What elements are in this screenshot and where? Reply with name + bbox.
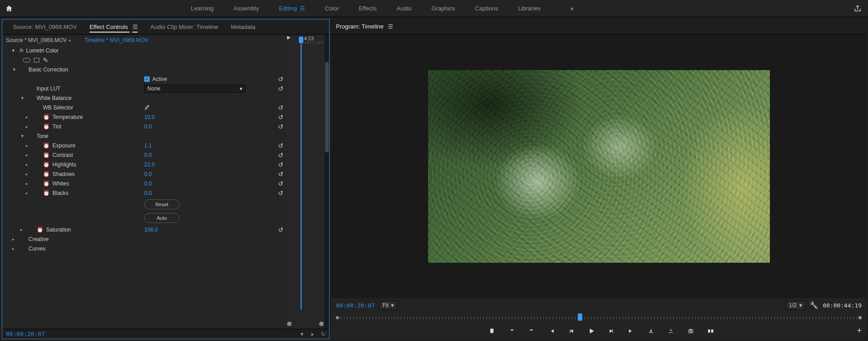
- twirl-down-icon[interactable]: ▼: [20, 96, 24, 100]
- reset-icon[interactable]: ↺: [278, 85, 283, 92]
- input-lut-dropdown[interactable]: None ▾: [144, 85, 245, 93]
- shadows-value[interactable]: 0.0: [144, 171, 152, 177]
- go-to-in-button[interactable]: [547, 328, 557, 334]
- twirl-right-icon[interactable]: ▸: [26, 181, 28, 186]
- reset-icon[interactable]: ↺: [278, 161, 283, 168]
- share-icon[interactable]: [854, 5, 862, 13]
- reset-icon[interactable]: ↺: [278, 189, 283, 197]
- go-to-out-button[interactable]: [626, 328, 636, 334]
- pen-mask-icon[interactable]: ✎: [43, 57, 48, 64]
- eyedropper-icon[interactable]: [144, 104, 151, 111]
- twirl-right-icon[interactable]: ▸: [26, 153, 28, 157]
- stopwatch-icon[interactable]: ⏰: [43, 171, 50, 177]
- rectangle-mask-icon[interactable]: [34, 58, 39, 62]
- workspace-overflow-button[interactable]: »: [564, 5, 580, 12]
- workspace-menu-icon[interactable]: ☰: [300, 5, 305, 12]
- vertical-scrollbar[interactable]: [325, 35, 329, 329]
- stopwatch-icon[interactable]: ⏰: [43, 142, 50, 149]
- mark-out-button[interactable]: [527, 327, 537, 335]
- play-only-icon[interactable]: ⏵: [310, 331, 316, 337]
- contrast-value[interactable]: 0.0: [144, 152, 152, 158]
- section-tone[interactable]: ▼ Tone: [2, 131, 286, 141]
- fx-badge[interactable]: fx: [20, 48, 24, 53]
- reset-icon[interactable]: ↺: [278, 142, 283, 149]
- twirl-down-icon[interactable]: ▼: [11, 48, 15, 53]
- footer-timecode[interactable]: 00:00:20:07: [6, 331, 45, 337]
- step-forward-button[interactable]: [606, 328, 616, 334]
- section-basic-correction[interactable]: ▼ Basic Correction: [2, 65, 286, 74]
- workspace-captions[interactable]: Captions: [465, 0, 508, 17]
- tab-effect-controls[interactable]: Effect Controls ☰: [83, 24, 144, 30]
- twirl-right-icon[interactable]: ▸: [12, 237, 14, 242]
- stopwatch-icon[interactable]: ⏰: [43, 114, 50, 120]
- button-editor-plus[interactable]: +: [857, 326, 862, 336]
- stopwatch-icon[interactable]: ⏰: [43, 123, 50, 130]
- step-back-button[interactable]: [566, 328, 576, 334]
- comparison-view-button[interactable]: [706, 328, 716, 334]
- play-button[interactable]: [586, 327, 596, 335]
- temperature-value[interactable]: 10.0: [144, 114, 155, 120]
- stopwatch-icon[interactable]: ⏰: [43, 190, 50, 196]
- reset-button[interactable]: Reset: [144, 199, 179, 209]
- stopwatch-icon[interactable]: ⏰: [37, 227, 43, 233]
- stopwatch-icon[interactable]: ⏰: [43, 152, 50, 158]
- twirl-right-icon[interactable]: ▸: [12, 246, 14, 251]
- scrub-end[interactable]: [859, 316, 862, 319]
- program-scrubber[interactable]: [336, 313, 862, 323]
- workspace-graphics[interactable]: Graphics: [422, 0, 465, 17]
- extract-button[interactable]: [666, 328, 676, 334]
- filter-icon[interactable]: ▼: [299, 331, 305, 337]
- program-monitor-viewport[interactable]: [331, 34, 866, 298]
- whites-value[interactable]: 0.0: [144, 180, 152, 187]
- workspace-learning[interactable]: Learning: [181, 0, 224, 17]
- panel-menu-icon[interactable]: ☰: [132, 24, 138, 30]
- add-marker-button[interactable]: [487, 328, 497, 334]
- blacks-value[interactable]: 0.0: [144, 190, 152, 196]
- workspace-color[interactable]: Color: [315, 0, 349, 17]
- workspace-audio[interactable]: Audio: [387, 0, 421, 17]
- chevron-down-icon[interactable]: ▾: [69, 38, 71, 43]
- current-timecode[interactable]: 00:00:20:07: [336, 302, 375, 309]
- saturation-value[interactable]: 108.0: [144, 227, 158, 233]
- reset-icon[interactable]: ↺: [278, 152, 283, 159]
- program-tab[interactable]: Program: Timeline ☰: [336, 23, 393, 30]
- active-checkbox[interactable]: ✓: [144, 76, 150, 82]
- twirl-right-icon[interactable]: ▸: [26, 191, 28, 195]
- scroll-thumb[interactable]: [325, 62, 329, 152]
- highlights-value[interactable]: 22.0: [144, 161, 155, 168]
- scrub-track[interactable]: [338, 317, 860, 319]
- range-end-handle[interactable]: [319, 322, 324, 326]
- auto-button[interactable]: Auto: [144, 213, 179, 223]
- tab-metadata[interactable]: Metadata: [225, 24, 262, 30]
- reset-icon[interactable]: ↺: [278, 170, 283, 178]
- twirl-right-icon[interactable]: ▸: [26, 115, 28, 119]
- workspace-assembly[interactable]: Assembly: [224, 0, 269, 17]
- reset-icon[interactable]: ↺: [278, 226, 283, 233]
- reset-icon[interactable]: ↺: [278, 114, 283, 121]
- settings-icon[interactable]: 🔧: [810, 301, 818, 309]
- range-start-handle[interactable]: [287, 322, 292, 326]
- export-frame-button[interactable]: [686, 328, 696, 334]
- loop-icon[interactable]: ↻: [321, 331, 326, 337]
- twirl-right-icon[interactable]: ▸: [26, 162, 28, 167]
- twirl-right-icon[interactable]: ▸: [26, 172, 28, 176]
- reset-icon[interactable]: ↺: [278, 76, 283, 83]
- workspace-editing[interactable]: Editing ☰: [269, 0, 315, 17]
- effect-controls-timeline[interactable]: ▶ 4:23: [286, 35, 325, 329]
- tab-source[interactable]: Source: MVI_0969.MOV: [7, 24, 83, 30]
- exposure-value[interactable]: 1.1: [144, 142, 152, 149]
- panel-menu-icon[interactable]: ☰: [388, 23, 393, 30]
- reset-icon[interactable]: ↺: [278, 104, 283, 111]
- home-button[interactable]: [0, 0, 18, 17]
- twirl-down-icon[interactable]: ▼: [20, 134, 24, 138]
- reset-icon[interactable]: ↺: [278, 123, 283, 130]
- scrub-playhead[interactable]: [578, 313, 582, 321]
- ellipse-mask-icon[interactable]: [23, 58, 30, 62]
- section-creative[interactable]: ▸ Creative: [2, 234, 286, 244]
- twirl-right-icon[interactable]: ▸: [26, 124, 28, 129]
- tint-value[interactable]: 0.0: [144, 123, 152, 130]
- resolution-select[interactable]: 1/2 ▾: [786, 301, 805, 310]
- stopwatch-icon[interactable]: ⏰: [43, 180, 50, 187]
- twirl-down-icon[interactable]: ▼: [12, 67, 16, 72]
- workspace-libraries[interactable]: Libraries: [508, 0, 551, 17]
